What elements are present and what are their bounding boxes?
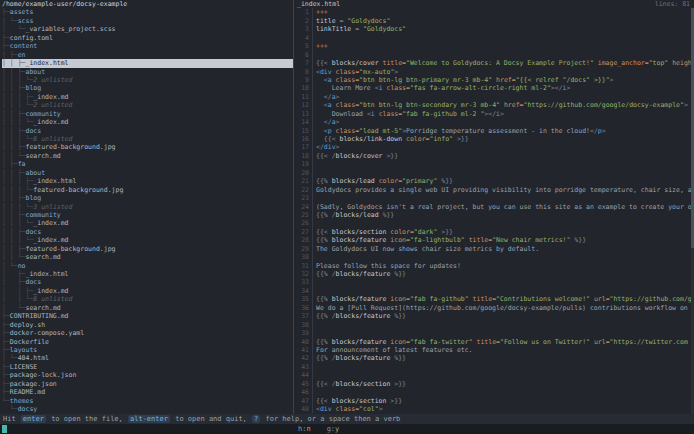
tree-branch-glyphs: │ │ ├─ <box>2 143 25 151</box>
tree-item[interactable]: │ │ │ └─2 unlisted <box>2 76 293 84</box>
code-segment: "fa-lightbulb" <box>410 236 465 244</box>
code-segment: +++ <box>316 8 328 16</box>
tree-item[interactable]: ├─README.md <box>2 388 293 396</box>
tree-item[interactable]: │ │ ├─featured-background.jpg <box>2 143 293 151</box>
line-number: 29 <box>294 245 313 253</box>
code-segment: "Follow us on Twitter!" <box>500 338 590 346</box>
preview-body: 1+++2title = "Goldydocs"3linkTitle = "Go… <box>294 8 694 414</box>
tree-item[interactable]: ├─LICENSE <box>2 363 293 371</box>
tree-item[interactable]: │ │ │ └─2 unlisted <box>2 101 293 109</box>
preview-line: 11 </a> <box>294 93 694 101</box>
tree-item[interactable]: ├─content <box>2 42 293 50</box>
code-segment: blocks/feature <box>332 236 391 244</box>
tree-item[interactable]: │ └─404.html <box>2 354 293 362</box>
tree-item[interactable]: │ │ │ ├─_index.html <box>2 177 293 185</box>
tree-item[interactable]: │ │ │ └─8 unlisted <box>2 135 293 143</box>
tree-item[interactable]: ├─Dockerfile <box>2 338 293 346</box>
line-number: 26 <box>294 219 313 227</box>
tree-item[interactable]: └─docsy <box>2 405 293 413</box>
preview-line: 22Goldydocs provides a single web UI pro… <box>294 186 694 194</box>
tree-branch-glyphs: │ │ └─ <box>2 253 25 261</box>
line-text: <a class="btn btn-lg btn-secondary mr-3 … <box>316 101 694 109</box>
line-number: 44 <box>294 371 313 379</box>
tree-branch-glyphs: │ │ │ └─ <box>2 101 33 109</box>
code-segment: icon= <box>390 236 410 244</box>
code-segment: "btn btn-lg btn-primary mr-3 mb-4" <box>359 76 492 84</box>
tree-item[interactable]: │ │ ├─docs <box>2 228 293 236</box>
preview-line: 33 <box>294 278 694 286</box>
preview-line: 26 <box>294 219 694 227</box>
tree-item[interactable]: │ │ │ └─_index.md <box>2 118 293 126</box>
tree-item[interactable]: ├─assets <box>2 8 293 16</box>
line-text: {{% blocks/lead color="primary" %}} <box>316 177 694 185</box>
tree-item[interactable]: └─themes <box>2 397 293 405</box>
tree-item[interactable]: │ │ │ └─3 unlisted <box>2 203 293 211</box>
tree-file-label: LICENSE <box>10 363 37 371</box>
tree-branch-glyphs: ├─ <box>2 371 10 379</box>
tree-item[interactable]: │ │ ├─featured-background.jpg <box>2 245 293 253</box>
tree-item[interactable]: │ │ ├─blog <box>2 194 293 202</box>
tree-item[interactable]: │ ├─_index.html <box>2 270 293 278</box>
line-number: 40 <box>294 338 313 346</box>
line-text: {{< blocks/link-down color="info" >}} <box>316 135 694 143</box>
preview-line: 45{{< /blocks/section >}} <box>294 380 694 388</box>
tree-dir-label: scss <box>18 17 34 25</box>
code-segment: {{< / <box>316 152 336 160</box>
tree-item[interactable]: ├─CONTRIBUTING.md <box>2 312 293 320</box>
tree-item[interactable]: │ │ │ ├─_index.md <box>2 93 293 101</box>
tree-file-label: _index.md <box>33 236 68 244</box>
tree-item[interactable]: │ └─no <box>2 262 293 270</box>
tree-branch-glyphs: │ │ ├─ <box>2 211 25 219</box>
line-text <box>316 169 694 177</box>
tree-item[interactable]: │ │ │ └─featured-background.jpg <box>2 186 293 194</box>
tree-item[interactable]: │ │ └─8 unlisted <box>2 295 293 303</box>
tree-item[interactable]: │ │ ├─about <box>2 169 293 177</box>
tree-item[interactable]: │ └─_variables_project.scss <box>2 25 293 33</box>
code-segment: {{< <box>316 59 332 67</box>
tree-item[interactable]: │ │ │ └─_index.md <box>2 219 293 227</box>
tree-branch-glyphs: │ │ │ └─ <box>2 219 33 227</box>
tree-item[interactable]: ├─layouts <box>2 346 293 354</box>
tree-item[interactable]: │ ├─docs <box>2 278 293 286</box>
line-text <box>316 287 694 295</box>
tree-item[interactable]: ├─deploy.sh <box>2 321 293 329</box>
tree-item[interactable]: │ │ │ └─_index.md <box>2 236 293 244</box>
tree-item[interactable]: ├─package.json <box>2 380 293 388</box>
tree-item[interactable]: │ └─scss <box>2 17 293 25</box>
search-input[interactable]: h:ng:y <box>0 424 694 434</box>
tree-item[interactable]: │ │ └─search.md <box>2 152 293 160</box>
tree-item[interactable]: │ │ └─search.md <box>2 253 293 261</box>
line-text: Please follow this space for updates! <box>316 262 694 270</box>
tree-item[interactable]: │ ├─fa <box>2 160 293 168</box>
mode-indicators: h:ng:y <box>298 424 339 434</box>
line-text: The Goldydocs UI now shows chair size me… <box>316 245 694 253</box>
tree-item[interactable]: │ │ ├─community <box>2 110 293 118</box>
tree-item[interactable]: │ │ ├─_index.md <box>2 287 293 295</box>
line-text: {{< blocks/section >}} <box>316 397 694 405</box>
toggle-value: y <box>335 425 339 433</box>
tree-item-selected[interactable]: │ │ ├─_index.html <box>2 59 293 67</box>
tree-item[interactable]: │ └─search.md <box>2 304 293 312</box>
tree-dir-label: docs <box>25 127 41 135</box>
code-segment <box>316 127 324 135</box>
tree-branch-glyphs: │ └─ <box>2 25 25 33</box>
code-segment: {{< <box>324 135 340 143</box>
tree-item[interactable]: │ │ ├─about <box>2 68 293 76</box>
code-segment: > <box>394 68 398 76</box>
tree-item[interactable]: ├─docker-compose.yaml <box>2 329 293 337</box>
tree-item[interactable]: │ ├─en <box>2 51 293 59</box>
code-segment: > <box>336 118 340 126</box>
code-segment: "{{< relref "/docs" >}}" <box>516 76 610 84</box>
code-segment: blocks/section <box>332 228 391 236</box>
tree-item[interactable]: ├─config.toml <box>2 34 293 42</box>
tree-item[interactable]: │ │ ├─community <box>2 211 293 219</box>
tree-item[interactable]: │ │ ├─docs <box>2 127 293 135</box>
tree-item[interactable]: │ │ ├─blog <box>2 84 293 92</box>
line-number: 25 <box>294 211 313 219</box>
tree-dir-label: themes <box>10 397 33 405</box>
line-text <box>316 371 694 379</box>
code-segment: "https://twitter.com <box>610 338 688 346</box>
code-segment: > <box>610 76 614 84</box>
tree-item[interactable]: ├─package-lock.json <box>2 371 293 379</box>
code-segment: icon= <box>390 338 410 346</box>
